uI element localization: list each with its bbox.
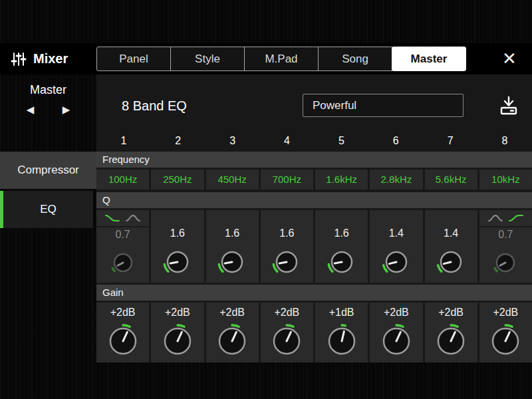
q-knob-band-6[interactable] — [370, 241, 422, 283]
spacer — [315, 210, 368, 226]
band-number-row: 1 2 3 4 5 6 7 8 — [96, 130, 532, 152]
save-icon[interactable] — [495, 92, 522, 120]
q-cell-band-3: 1.6 — [206, 210, 259, 283]
q-value-band-3: 1.6 — [206, 226, 259, 241]
frequency-section-header: Frequency — [96, 152, 532, 168]
gain-cell-band-1: +2dB — [96, 303, 149, 362]
q-knob-band-2[interactable] — [151, 241, 203, 283]
tab-master[interactable]: Master — [392, 47, 466, 71]
freq-value-band-5[interactable]: 1.6kHz — [315, 170, 368, 190]
q-value-band-1: 0.7 — [96, 227, 149, 242]
spacer — [206, 210, 259, 226]
freq-value-band-1[interactable]: 100Hz — [96, 170, 149, 190]
gain-value-band-7: +2dB — [425, 303, 477, 320]
sidebar-selector-label: Master — [0, 83, 96, 97]
frequency-row: 100Hz 250Hz 450Hz 700Hz 1.6kHz 2.8kHz 5.… — [96, 170, 532, 190]
band-number: 6 — [368, 135, 423, 147]
gain-knob-band-2[interactable] — [151, 320, 203, 362]
peak-icon[interactable] — [126, 213, 140, 223]
sidebar: Master ◀ ▶ Compressor EQ — [0, 74, 96, 399]
close-icon[interactable]: ✕ — [495, 47, 524, 71]
eq-panel: 8 Band EQ Powerful 1 2 3 4 5 6 — [96, 74, 532, 362]
header-bar: Mixer Panel Style M.Pad Song Master ✕ — [0, 43, 532, 74]
sidebar-item-eq[interactable]: EQ — [0, 191, 93, 228]
gain-knob-band-6[interactable] — [370, 320, 422, 362]
q-value-band-4: 1.6 — [261, 226, 313, 241]
band-number: 7 — [423, 135, 477, 147]
band-number: 8 — [477, 135, 532, 147]
q-cell-band-2: 1.6 — [151, 210, 203, 283]
gain-knob-band-3[interactable] — [206, 320, 259, 362]
gain-knob-band-8[interactable] — [479, 320, 532, 362]
gain-knob-band-7[interactable] — [425, 320, 477, 362]
gain-cell-band-4: +2dB — [261, 303, 313, 362]
gain-value-band-3: +2dB — [206, 303, 259, 320]
gain-value-band-5: +1dB — [315, 303, 368, 320]
tab-panel[interactable]: Panel — [96, 47, 171, 71]
mixer-screen: Mixer Panel Style M.Pad Song Master ✕ Ma… — [0, 0, 532, 399]
gain-section-header: Gain — [96, 285, 532, 301]
mixer-sliders-icon — [11, 51, 27, 67]
q-value-band-7: 1.4 — [425, 226, 477, 241]
freq-value-band-7[interactable]: 5.6kHz — [425, 170, 477, 190]
high-shelf-icon[interactable] — [509, 213, 523, 223]
gain-row: +2dB +2dB +2dB +2dB +1dB +2dB — [96, 303, 532, 362]
tab-mpad[interactable]: M.Pad — [244, 47, 319, 71]
prev-arrow-icon[interactable]: ◀ — [23, 103, 39, 116]
preset-selector[interactable]: Powerful — [303, 94, 464, 117]
gain-cell-band-7: +2dB — [425, 303, 477, 362]
freq-value-band-6[interactable]: 2.8kHz — [370, 170, 422, 190]
tab-bar: Panel Style M.Pad Song Master — [96, 47, 466, 71]
band-number: 2 — [151, 135, 205, 147]
eq-title: 8 Band EQ — [122, 98, 187, 114]
q-row: 0.7 1.6 1.6 1.6 1.6 — [96, 210, 532, 283]
q-knob-band-5[interactable] — [315, 241, 368, 283]
gain-cell-band-6: +2dB — [370, 303, 422, 362]
spacer — [151, 210, 203, 226]
q-cell-band-7: 1.4 — [425, 210, 477, 283]
eq-panel-header: 8 Band EQ Powerful — [96, 74, 532, 130]
band-number: 1 — [96, 135, 151, 147]
low-shelf-icon[interactable] — [105, 213, 120, 223]
q-cell-band-1: 0.7 — [96, 210, 149, 283]
freq-value-band-3[interactable]: 450Hz — [206, 170, 259, 190]
tab-style[interactable]: Style — [170, 47, 245, 71]
gain-cell-band-5: +1dB — [315, 303, 368, 362]
tab-song[interactable]: Song — [318, 47, 392, 71]
q-cell-band-4: 1.6 — [261, 210, 313, 283]
gain-knob-band-4[interactable] — [261, 320, 313, 362]
freq-value-band-2[interactable]: 250Hz — [151, 170, 203, 190]
q-cell-band-5: 1.6 — [315, 210, 368, 283]
spacer — [370, 210, 422, 226]
freq-value-band-4[interactable]: 700Hz — [261, 170, 313, 190]
gain-knob-band-1[interactable] — [96, 320, 149, 362]
gain-value-band-1: +2dB — [96, 303, 149, 320]
sidebar-selector-arrows: ◀ ▶ — [0, 103, 96, 116]
q-value-band-5: 1.6 — [315, 226, 368, 241]
filter-type-icons — [479, 210, 532, 227]
next-arrow-icon[interactable]: ▶ — [59, 103, 74, 116]
filter-type-icons — [96, 210, 149, 227]
q-value-band-2: 1.6 — [151, 226, 203, 241]
q-knob-band-1[interactable] — [96, 242, 149, 283]
band-number: 5 — [315, 135, 369, 147]
app-title-label: Mixer — [33, 51, 68, 66]
freq-value-band-8[interactable]: 10kHz — [479, 170, 532, 190]
peak-icon[interactable] — [488, 213, 503, 223]
q-cell-band-6: 1.4 — [370, 210, 422, 283]
band-number: 3 — [205, 135, 260, 147]
q-knob-band-3[interactable] — [206, 241, 259, 283]
gain-value-band-6: +2dB — [370, 303, 422, 320]
sidebar-item-compressor[interactable]: Compressor — [0, 152, 96, 189]
gain-cell-band-8: +2dB — [479, 303, 532, 362]
gain-cell-band-2: +2dB — [151, 303, 203, 362]
spacer — [425, 210, 477, 226]
gain-value-band-4: +2dB — [261, 303, 313, 320]
q-value-band-8: 0.7 — [479, 227, 532, 242]
q-knob-band-7[interactable] — [425, 241, 477, 283]
q-knob-band-8[interactable] — [479, 242, 532, 283]
gain-knob-band-5[interactable] — [315, 320, 368, 362]
q-knob-band-4[interactable] — [261, 241, 313, 283]
q-cell-band-8: 0.7 — [479, 210, 532, 283]
band-number: 4 — [260, 135, 315, 147]
